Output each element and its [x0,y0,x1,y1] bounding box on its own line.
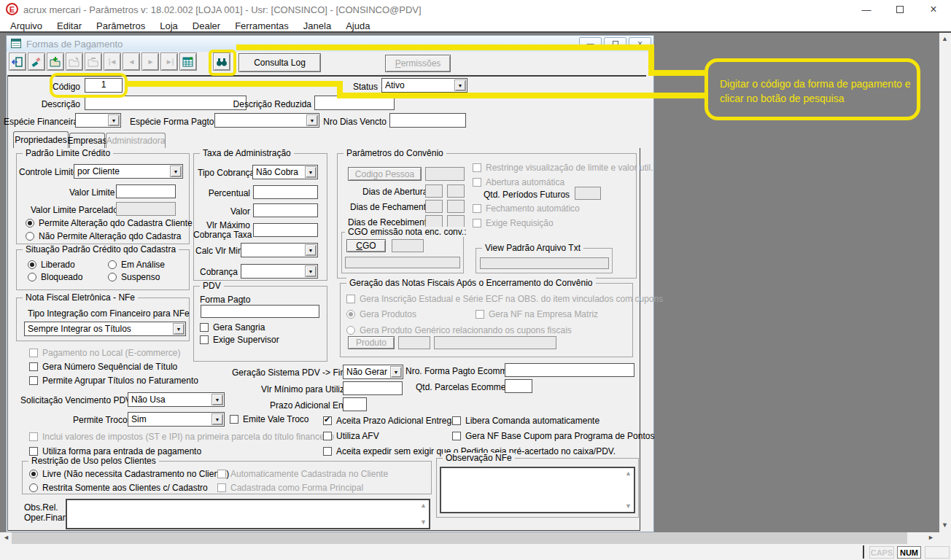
chevron-down-icon[interactable]: ▼ [170,166,182,177]
grid-view-button[interactable] [179,52,197,71]
especie-forma-pagto-label: Espécie Forma Pagto [130,117,211,127]
form-bottom-border [7,530,640,531]
checkbox-utiliza-afv[interactable]: Utiliza AFV [323,431,379,441]
tipo-cobranca-select[interactable]: Não Cobra ▼ [252,165,318,179]
checkbox-box [452,416,461,425]
vlr-maximo-input[interactable] [253,223,318,237]
checkbox-permite-agrupar[interactable]: Permite Agrupar Títulos no Faturamento [29,376,198,386]
tipo-cobranca-label: Tipo Cobrança [198,168,250,178]
chevron-down-icon[interactable]: ▼ [211,413,223,425]
chevron-down-icon[interactable]: ▼ [305,265,317,277]
permite-troco-select[interactable]: Sim ▼ [128,412,225,427]
percentual-input[interactable] [253,185,318,199]
observacao-nfe-textarea[interactable]: ▲ ▼ [440,467,635,513]
cgo-button[interactable]: CGO [346,239,386,252]
chevron-down-icon[interactable]: ▼ [306,114,318,126]
scrollbar-thumb[interactable] [12,532,907,544]
chevron-down-icon[interactable]: ▼ [390,366,402,378]
nro-forma-pagto-ecommerce-input[interactable] [505,363,634,377]
checkbox-cadastrada-forma-principal: Cadastrada como Forma Principal [217,483,363,493]
chevron-down-icon[interactable]: ▼ [173,323,185,335]
close-button[interactable]: × [920,0,947,19]
chevron-down-icon[interactable]: ▼ [211,394,223,405]
radio-circle [108,260,117,269]
tipo-integracao-select[interactable]: Sempre Integrar os Títulos ▼ [24,322,186,336]
checkbox-gera-nf-base-cupom[interactable]: Gera NF Base Cupom para Programa de Pont… [452,431,654,441]
maximize-button[interactable] [887,0,913,19]
consulta-log-button[interactable]: Consulta Log [238,53,321,72]
radio-bloqueado[interactable]: Bloqueado [28,272,82,282]
callout-connector-top-h1 [236,44,654,50]
scroll-up-icon[interactable]: ▲ [420,502,427,509]
solicitacao-vencimento-label: Solicitação Vencimento PDV [20,395,125,405]
radio-nao-permite-alteracao[interactable]: Não Permite Alteração qdo Cadastra [26,231,181,241]
menu-bar: ArquivoEditarParâmetrosLojaDealerFerrame… [3,19,951,31]
checkbox-exige-supervisor[interactable]: Exige Supervisor [200,335,279,345]
solicitacao-vencimento-select[interactable]: Não Usa ▼ [128,392,225,407]
radio-suspenso[interactable]: Suspenso [108,272,160,282]
radio-circle [346,326,355,335]
scroll-left-icon[interactable]: ◄ [3,534,9,541]
dias-recebimento-label: Dias de Recebimento [348,217,422,228]
chevron-down-icon[interactable]: ▼ [305,166,317,178]
controle-limite-select[interactable]: por Cliente ▼ [74,164,183,179]
valor-limite-parcelado-label: Valor Limite Parcelado [31,205,113,215]
add-record-button[interactable] [47,52,64,71]
tab-empresas[interactable]: Empresas [69,133,105,148]
checkbox-emite-vale-troco[interactable]: Emite Vale Troco [230,414,308,424]
vertical-scrollbar[interactable]: ▲ ▼ [939,33,951,532]
valor-input[interactable] [253,203,318,217]
prazo-adicional-entrega-input[interactable] [343,397,367,411]
checkbox-box [29,447,38,456]
calc-vlr-min-select[interactable]: ▼ [241,243,318,257]
caps-indicator: CAPS [869,546,894,559]
checkbox-utiliza-forma-entrada[interactable]: Utiliza forma para entrada de pagamento [29,446,201,456]
scroll-down-icon[interactable]: ▼ [420,519,427,526]
scroll-down-icon[interactable]: ▼ [942,521,948,529]
radio-livre[interactable]: Livre (Não necessita Cadastramento no Cl… [29,469,229,479]
forma-pagto-input[interactable] [201,305,319,318]
obs-rel-textarea[interactable]: ▲ ▼ [66,499,430,529]
callout-connector-top-h2 [648,70,706,76]
checkbox-box [452,432,461,440]
status-label: Status [343,82,378,92]
scroll-up-icon[interactable]: ▲ [942,35,948,42]
especie-financeira-select[interactable]: ▼ [75,113,121,128]
chevron-down-icon[interactable]: ▼ [108,114,120,126]
descricao-input[interactable] [85,96,247,110]
scroll-down-icon[interactable]: ▼ [625,503,632,510]
checkbox-box [473,204,481,213]
scroll-right-icon[interactable]: ► [928,534,934,541]
geracao-sistema-pdv-select[interactable]: Não Gerar ▼ [343,365,403,379]
radio-liberado[interactable]: Liberado [28,260,75,270]
scroll-up-icon[interactable]: ▲ [625,470,632,477]
checkbox-aceita-prazo-adicional[interactable]: Aceita Prazo Adicional Entrega [323,416,457,426]
cobranca-select[interactable]: ▼ [241,264,318,279]
checkbox-box [29,376,38,385]
dias-abertura-input-1 [425,184,443,198]
exit-button[interactable] [9,52,26,71]
checkbox-gera-numero-sequencial[interactable]: Gera Número Sequêncial de Título [29,362,177,372]
chevron-down-icon[interactable]: ▼ [454,79,466,91]
maximize-icon [896,6,904,13]
qtd-parcelas-ecommerce-input[interactable] [505,379,532,393]
radio-em-analise[interactable]: Em Análise [108,260,165,270]
minimize-button[interactable]: — [853,0,880,19]
radio-circle [26,232,34,241]
checkbox-libera-comanda[interactable]: Libera Comanda automaticamente [452,416,599,426]
nav-first-button-disabled: |◄ [104,52,121,71]
radio-permite-alteracao[interactable]: Permite Alteração qdo Cadastra Cliente [26,218,193,228]
vlr-minimo-utilizacao-input[interactable] [343,381,403,395]
valor-limite-input[interactable] [116,184,176,198]
status-select[interactable]: Ativo ▼ [381,78,467,93]
erase-button[interactable] [28,52,45,71]
checkbox-gera-nf-matriz: Gera NF na Empresa Matriz [475,309,598,319]
especie-forma-pagto-select[interactable]: ▼ [214,113,319,128]
chevron-down-icon[interactable]: ▼ [305,244,317,256]
radio-restrita[interactable]: Restrita Somente aos Clientes c/ Cadastr… [29,483,208,493]
nro-dias-vencto-input[interactable] [389,113,466,128]
horizontal-scrollbar[interactable]: ◄ ► [0,532,939,544]
checkbox-box [217,483,226,492]
checkbox-gera-sangria[interactable]: Gera Sangria [200,322,265,332]
tab-propriedades[interactable]: Propriedades [13,131,69,148]
